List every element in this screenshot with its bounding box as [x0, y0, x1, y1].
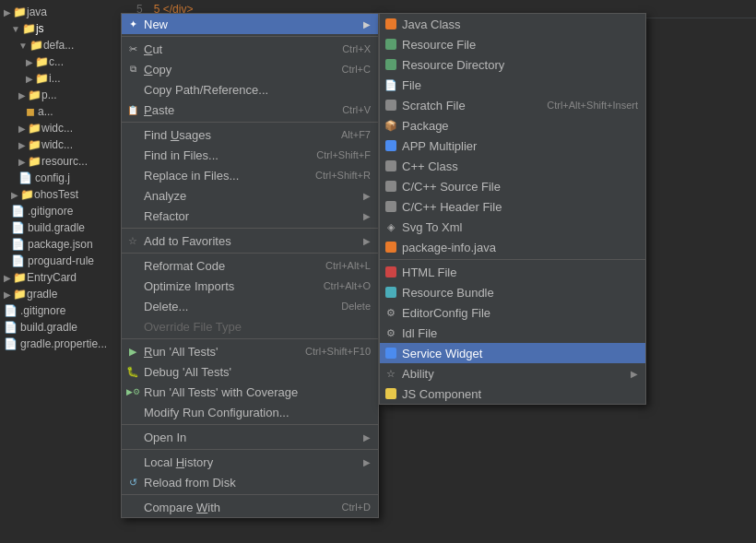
folder-icon: 📁 [28, 122, 41, 135]
expand-arrow: ▶ [18, 157, 26, 167]
separator [122, 36, 378, 37]
menu-item-replace-in-files[interactable]: Replace in Files... Ctrl+Shift+R [122, 165, 378, 185]
submenu-item-package[interactable]: 📦 Package [380, 115, 645, 136]
favorites-icon: ☆ [125, 233, 140, 248]
submenu-item-file[interactable]: 📄 File [380, 75, 645, 95]
folder-icon: 📁 [28, 89, 41, 101]
menu-item-analyze[interactable]: Analyze ▶ [122, 185, 378, 206]
menu-item-optimize[interactable]: Optimize Imports Ctrl+Alt+O [122, 276, 378, 296]
collapse-arrow: ▼ [11, 24, 20, 34]
optimize-icon [125, 278, 140, 293]
submenu-item-package-info[interactable]: package-info.java [380, 237, 645, 257]
menu-item-paste[interactable]: 📋 Paste Ctrl+V [122, 100, 378, 120]
compare-icon [125, 500, 140, 514]
coverage-icon: ▶⚙ [125, 384, 140, 399]
submenu-item-cpp-class[interactable]: C++ Class [380, 156, 645, 176]
reload-icon: ↺ [125, 475, 140, 490]
tree-item-js[interactable]: ▼ 📁 js [0, 20, 129, 37]
menu-item-copy[interactable]: ⧉ Copy Ctrl+C [122, 59, 378, 79]
submenu-item-resource-file[interactable]: Resource File [380, 34, 645, 54]
tree-item-ohos[interactable]: ▶ 📁 ohosTest [0, 186, 129, 203]
tree-item-p[interactable]: ▶ 📁 p... [0, 87, 129, 103]
scratch-icon [384, 98, 398, 112]
submenu-item-cpp-source[interactable]: C/C++ Source File [380, 176, 645, 196]
cpp-class-icon [384, 159, 398, 173]
tree-item-a[interactable]: ◼ a... [0, 103, 129, 120]
submenu-item-app-multiplier[interactable]: APP Multiplier [380, 136, 645, 156]
submenu-item-service-widget[interactable]: Service Widget [380, 343, 645, 363]
menu-item-copy-path[interactable]: Copy Path/Reference... [122, 79, 378, 100]
menu-item-reload[interactable]: ↺ Reload from Disk [122, 472, 378, 492]
expand-arrow: ▶ [18, 140, 26, 150]
file-icon: 📄 [384, 77, 398, 92]
tree-item-package1[interactable]: 📄 package.json [0, 236, 129, 253]
menu-item-delete[interactable]: Delete... Delete [122, 296, 378, 316]
menu-item-run-coverage[interactable]: ▶⚙ Run 'All Tests' with Coverage [122, 382, 378, 402]
tree-item-resourc[interactable]: ▶ 📁 resourc... [0, 153, 129, 170]
tree-item-gradle-folder[interactable]: ▶ 📁 gradle [0, 286, 129, 302]
config-icon [125, 405, 140, 419]
menu-item-run-tests[interactable]: ▶ Run 'All Tests' Ctrl+Shift+F10 [122, 341, 378, 361]
submenu-item-resource-dir[interactable]: Resource Directory [380, 54, 645, 75]
collapse-arrow: ▶ [4, 7, 11, 18]
bundle-icon [384, 285, 398, 300]
debug-icon: 🐛 [125, 364, 140, 379]
tree-item-config[interactable]: 📄 config.j [0, 170, 129, 186]
tree-item-i[interactable]: ▶ 📁 i... [0, 70, 129, 87]
history-icon [125, 454, 140, 469]
submenu-item-cpp-header[interactable]: C/C++ Header File [380, 196, 645, 217]
submenu-item-editorconfig[interactable]: ⚙ EditorConfig File [380, 302, 645, 323]
folder-icon: 📁 [13, 271, 27, 284]
menu-item-cut[interactable]: ✂ Cut Ctrl+X [122, 39, 378, 59]
submenu-arrow: ▶ [363, 19, 371, 30]
submenu-item-js-component[interactable]: JS Component [380, 384, 645, 404]
submenu-item-bundle[interactable]: Resource Bundle [380, 282, 645, 302]
menu-item-compare[interactable]: Compare With Ctrl+D [122, 497, 378, 517]
copy-icon: ⧉ [125, 62, 140, 77]
file-icon: 📄 [11, 221, 25, 234]
app-icon [384, 138, 398, 153]
idl-icon: ⚙ [384, 325, 398, 340]
submenu-new: Java Class Resource File Resource Direct… [379, 13, 646, 405]
tree-item-build2[interactable]: 📄 build.gradle [0, 319, 129, 336]
file-icon: 📄 [4, 304, 18, 317]
submenu-item-svg-xml[interactable]: ◈ Svg To Xml [380, 217, 645, 237]
menu-item-add-favorites[interactable]: ☆ Add to Favorites ▶ [122, 230, 378, 251]
file-tree: ▶ 📁 java ▼ 📁 js ▼ 📁 defa... ▶ 📁 c... ▶ 📁… [0, 0, 129, 543]
menu-item-open-in[interactable]: Open In ▶ [122, 427, 378, 447]
tree-item-gradle-prop[interactable]: 📄 gradle.propertie... [0, 336, 129, 352]
tree-item-build1[interactable]: 📄 build.gradle [0, 219, 129, 236]
tree-item-proguard[interactable]: 📄 proguard-rule [0, 253, 129, 269]
delete-icon [125, 299, 140, 313]
tree-item-c[interactable]: ▶ 📁 c... [0, 53, 129, 70]
html-icon [384, 265, 398, 279]
menu-item-override-file-type[interactable]: Override File Type [122, 316, 378, 336]
menu-item-new[interactable]: ✦ New ▶ [122, 14, 378, 34]
tree-item-widc2[interactable]: ▶ 📁 widc... [0, 136, 129, 153]
submenu-item-idl[interactable]: ⚙ Idl File [380, 323, 645, 343]
menu-item-local-history[interactable]: Local History ▶ [122, 452, 378, 472]
menu-item-modify-config[interactable]: Modify Run Configuration... [122, 402, 378, 422]
menu-item-find-usages[interactable]: Find Usages Alt+F7 [122, 124, 378, 145]
menu-item-find-in-files[interactable]: Find in Files... Ctrl+Shift+F [122, 145, 378, 165]
menu-item-refactor[interactable]: Refactor ▶ [122, 206, 378, 226]
tree-item-java[interactable]: ▶ 📁 java [0, 4, 129, 20]
file-icon: 📄 [4, 321, 18, 334]
tree-item-gitignore2[interactable]: 📄 .gitignore [0, 302, 129, 319]
submenu-arrow: ▶ [363, 211, 371, 221]
submenu-item-html[interactable]: HTML File [380, 262, 645, 282]
java-class-icon [384, 17, 398, 31]
submenu-item-java-class[interactable]: Java Class [380, 14, 645, 34]
tree-item-defa[interactable]: ▼ 📁 defa... [0, 37, 129, 53]
menu-item-debug-tests[interactable]: 🐛 Debug 'All Tests' [122, 361, 378, 382]
tree-item-gitignore1[interactable]: 📄 .gitignore [0, 203, 129, 219]
submenu-item-scratch[interactable]: Scratch File Ctrl+Alt+Shift+Insert [380, 95, 645, 115]
submenu-arrow: ▶ [363, 457, 371, 467]
tree-item-widc1[interactable]: ▶ 📁 widc... [0, 120, 129, 136]
separator [122, 338, 378, 339]
submenu-item-ability[interactable]: ☆ Ability ▶ [380, 363, 645, 384]
menu-item-reformat[interactable]: Reformat Code Ctrl+Alt+L [122, 255, 378, 276]
file-icon: 📄 [11, 238, 25, 251]
folder-icon: 📁 [28, 138, 41, 151]
tree-item-entrycard[interactable]: ▶ 📁 EntryCard [0, 269, 129, 286]
